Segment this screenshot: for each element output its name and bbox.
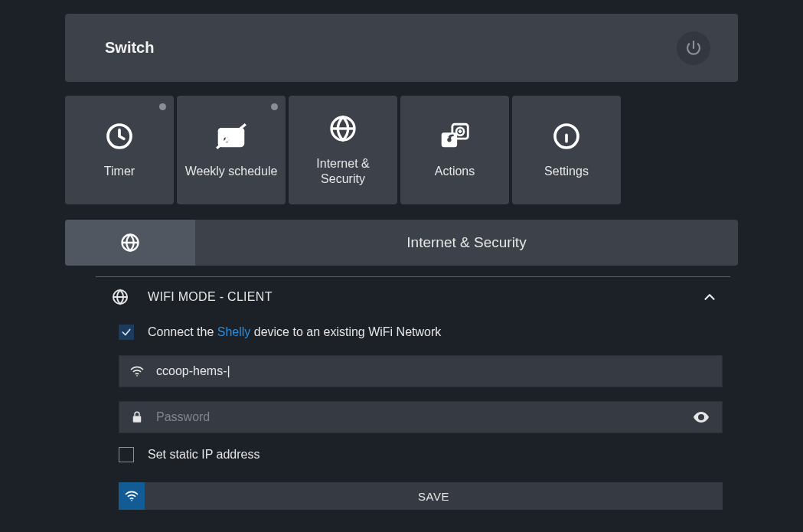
tab-internet[interactable]: Internet & Security <box>289 96 397 204</box>
accordion-wifi-client[interactable]: WIFI MODE - CLIENT <box>65 277 738 317</box>
tab-settings[interactable]: Settings <box>512 96 621 204</box>
settings-icon <box>551 121 582 152</box>
power-button[interactable] <box>677 31 710 65</box>
tab-label: Weekly schedule <box>179 164 284 179</box>
device-title: Switch <box>105 39 154 57</box>
actions-icon <box>438 121 472 152</box>
svg-point-15 <box>136 375 138 377</box>
tab-actions[interactable]: Actions <box>400 96 509 204</box>
connect-label: Connect the Shelly device to an existing… <box>148 325 441 339</box>
wifi-icon <box>124 488 139 504</box>
internet-icon <box>328 113 358 144</box>
tab-weekly[interactable]: Weekly schedule <box>177 96 286 204</box>
svg-point-17 <box>700 416 703 419</box>
ssid-field <box>119 355 723 387</box>
accordion-label: WIFI MODE - CLIENT <box>148 290 683 304</box>
static-ip-checkbox[interactable] <box>119 447 134 462</box>
tab-label: Actions <box>429 164 481 179</box>
tab-label: Internet & Security <box>289 156 397 187</box>
indicator-dot <box>271 103 278 110</box>
globe-icon <box>119 232 141 253</box>
wifi-icon <box>129 364 145 379</box>
tab-label: Settings <box>538 164 595 179</box>
weekly-icon <box>214 121 248 152</box>
password-input[interactable] <box>156 410 679 424</box>
timer-icon <box>104 121 135 152</box>
svg-rect-16 <box>133 416 142 423</box>
tab-label: Timer <box>98 164 141 179</box>
indicator-dot <box>159 103 166 110</box>
tabs-row: TimerWeekly scheduleInternet & SecurityA… <box>65 96 738 204</box>
save-button[interactable]: SAVE <box>145 482 723 510</box>
save-icon-box <box>119 482 145 510</box>
shelly-link[interactable]: Shelly <box>217 325 251 338</box>
connect-checkbox[interactable] <box>119 325 134 340</box>
connect-row: Connect the Shelly device to an existing… <box>119 325 723 340</box>
password-field <box>119 401 723 433</box>
eye-icon <box>692 408 710 426</box>
show-password-button[interactable] <box>690 408 713 426</box>
static-ip-label: Set static IP address <box>148 448 260 462</box>
device-header: Switch <box>65 14 738 82</box>
section-bar: Internet & Security <box>65 220 738 266</box>
svg-point-18 <box>131 500 132 501</box>
section-icon-box <box>65 220 195 266</box>
chevron-up-icon <box>701 289 718 305</box>
section-title: Internet & Security <box>195 220 738 266</box>
tab-timer[interactable]: Timer <box>65 96 174 204</box>
save-row: SAVE <box>119 482 723 510</box>
wifi-client-form: Connect the Shelly device to an existing… <box>65 325 738 510</box>
globe-icon <box>111 288 129 306</box>
power-icon <box>684 39 703 57</box>
svg-point-9 <box>447 138 451 142</box>
lock-icon <box>129 410 145 424</box>
ssid-input[interactable] <box>156 364 713 378</box>
static-ip-row: Set static IP address <box>119 447 723 462</box>
